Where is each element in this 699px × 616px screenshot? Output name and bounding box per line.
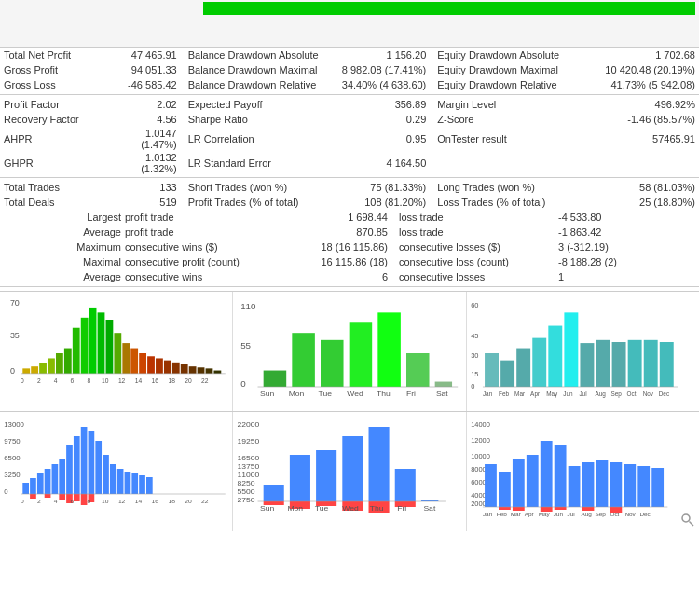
fac-label: Recovery Factor	[4, 114, 116, 125]
svg-text:10: 10	[102, 498, 109, 504]
fin-label: Gross Profit	[4, 64, 116, 75]
svg-text:3250: 3250	[4, 471, 20, 478]
svg-rect-12	[98, 312, 105, 373]
svg-text:Dec: Dec	[658, 390, 669, 397]
svg-rect-69	[580, 343, 594, 387]
svg-rect-45	[321, 340, 344, 387]
svg-rect-11	[89, 308, 97, 374]
svg-rect-93	[22, 483, 29, 494]
fac-label2: Expected Payoff	[185, 99, 322, 110]
svg-text:Mar: Mar	[510, 511, 520, 517]
fac-label2: Sharpe Ratio	[185, 114, 322, 125]
ts-desc2: loss trade	[395, 226, 558, 238]
fin-label3: Equity Drawdown Absolute	[433, 49, 583, 61]
tradestat-row: Average profit trade 870.85 loss trade -…	[0, 225, 699, 240]
fac-label: Profit Factor	[4, 99, 116, 110]
svg-rect-47	[378, 312, 402, 387]
svg-text:8: 8	[87, 498, 90, 504]
svg-text:Jul: Jul	[579, 390, 586, 397]
svg-text:19250: 19250	[238, 438, 261, 445]
trade-label2: Profit Trades (% of total)	[185, 197, 322, 208]
charts-row2: 13000 9750 6500 3250 0	[0, 411, 699, 531]
svg-text:Aug: Aug	[595, 390, 606, 398]
svg-text:Sep: Sep	[610, 390, 622, 398]
svg-rect-4	[31, 366, 38, 374]
ts-value: 870.85	[274, 226, 395, 238]
svg-text:60: 60	[471, 301, 478, 309]
trade-label: Total Deals	[4, 197, 116, 208]
ts-value2: 1	[558, 271, 564, 282]
svg-text:110: 110	[240, 303, 255, 311]
svg-text:Sun: Sun	[260, 390, 274, 397]
svg-rect-116	[139, 475, 145, 494]
svg-rect-111	[103, 455, 109, 494]
svg-rect-185	[651, 468, 664, 507]
svg-text:9750: 9750	[4, 437, 20, 445]
svg-text:12: 12	[118, 498, 126, 504]
svg-text:0: 0	[471, 382, 474, 390]
svg-text:22000: 22000	[238, 421, 261, 429]
chart-months-entries: 60 45 30 15 0 Jan Feb	[467, 292, 699, 411]
ts-value: 18 (16 115.86)	[274, 241, 395, 253]
svg-rect-14	[114, 333, 121, 374]
fin-label2: Balance Drawdown Absolute	[185, 49, 322, 61]
svg-text:45: 45	[471, 332, 478, 340]
ts-value: 6	[274, 271, 395, 282]
svg-rect-95	[30, 494, 36, 499]
trade-value2: 75 (81.33%)	[322, 182, 433, 193]
svg-rect-44	[293, 333, 316, 387]
financial-row: Total Net Profit 47 465.91 Balance Drawd…	[0, 48, 699, 62]
svg-text:May: May	[538, 511, 550, 517]
svg-text:Nov: Nov	[642, 390, 653, 397]
ts-desc2: loss trade	[395, 212, 558, 223]
svg-point-199	[682, 514, 690, 522]
svg-text:16: 16	[152, 498, 159, 504]
chart-weekdays-entries: 110 55 0 Sun Mon Tue Wed Thu Fri Sat	[233, 292, 466, 411]
svg-text:20: 20	[185, 377, 192, 384]
factor-row: GHPR 1.0132 (1.32%) LR Standard Error 4 …	[0, 151, 699, 175]
svg-text:5500: 5500	[238, 488, 256, 496]
svg-rect-6	[48, 358, 55, 373]
svg-rect-24	[198, 367, 205, 374]
svg-rect-169	[499, 507, 511, 510]
financial-row: Gross Profit 94 051.33 Balance Drawdown …	[0, 62, 699, 77]
ts-value: 1 698.44	[274, 212, 395, 223]
fin-value: -46 585.42	[116, 79, 185, 90]
svg-rect-72	[627, 340, 641, 387]
chart6-area: 14000 12000 10000 8000 6000 4000 2000	[469, 418, 697, 529]
ts-desc: consecutive wins	[125, 271, 274, 282]
fin-value2: 34.40% (4 638.60)	[322, 79, 433, 90]
svg-rect-70	[596, 340, 610, 387]
svg-text:Oct: Oct	[626, 390, 636, 397]
svg-text:0: 0	[21, 377, 24, 384]
financials-section: Total Net Profit 47 465.91 Balance Drawd…	[0, 48, 699, 92]
svg-rect-167	[485, 464, 497, 507]
tradestat-row: Largest profit trade 1 698.44 loss trade…	[0, 210, 699, 225]
svg-rect-49	[435, 382, 452, 387]
chart-hours-entries: 70 35 0	[0, 292, 233, 411]
svg-rect-21	[172, 363, 180, 374]
trade-value3: 58 (81.03%)	[583, 182, 695, 193]
ts-align: Average	[4, 271, 125, 282]
svg-rect-178	[582, 462, 594, 507]
svg-rect-114	[125, 472, 131, 494]
trade-label: Total Trades	[4, 182, 116, 193]
chart5-area: 22000 19250 16500 13750 11000 8250 5500 …	[235, 418, 463, 529]
svg-rect-22	[181, 364, 188, 374]
svg-rect-117	[146, 477, 153, 494]
svg-text:55: 55	[240, 341, 251, 349]
svg-text:Mar: Mar	[514, 390, 526, 397]
fac-value3: 496.92%	[583, 99, 695, 110]
svg-rect-96	[37, 473, 44, 494]
svg-rect-108	[89, 431, 95, 494]
fin-label: Total Net Profit	[4, 49, 116, 61]
magnifier-icon[interactable]	[680, 513, 695, 527]
svg-rect-15	[122, 343, 130, 374]
svg-rect-100	[59, 459, 65, 494]
svg-rect-46	[350, 322, 373, 387]
svg-rect-113	[117, 469, 124, 494]
fin-value2: 8 982.08 (17.41%)	[322, 64, 433, 75]
chart3-area: 60 45 30 15 0 Jan Feb	[469, 297, 697, 409]
fac-value: 1.0147 (1.47%)	[116, 128, 185, 150]
svg-rect-63	[485, 353, 499, 387]
